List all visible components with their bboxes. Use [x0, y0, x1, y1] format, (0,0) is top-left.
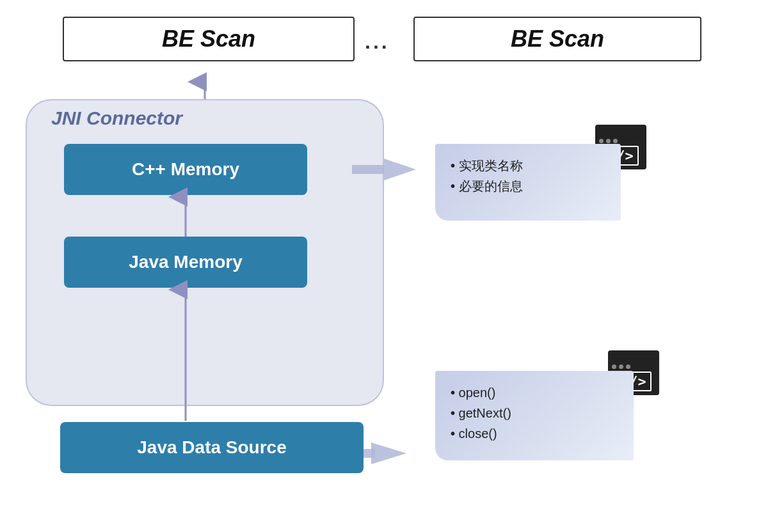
arrow-jni-to-note-top	[384, 159, 416, 180]
be-scan-left-box: BE Scan	[63, 17, 355, 61]
arrow-datasource-to-note-bottom-shaft	[364, 449, 375, 458]
dot2	[606, 139, 611, 143]
note-top-item-2: 必要的信息	[451, 176, 605, 196]
note-top-list: 实现类名称 必要的信息	[451, 155, 605, 196]
dot1	[599, 139, 604, 143]
be-scan-right-box: BE Scan	[413, 17, 701, 61]
note-top-item-1: 实现类名称	[451, 155, 605, 176]
dot6	[626, 364, 630, 369]
note-bottom-item-3: close()	[451, 423, 618, 444]
arrow-datasource-to-note-bottom	[371, 442, 406, 464]
diagram-container: BE Scan ··· BE Scan JNI Connector C++ Me…	[0, 0, 768, 532]
dot5	[619, 364, 623, 369]
dot4	[612, 364, 616, 369]
java-memory-label: Java Memory	[129, 252, 242, 272]
cpp-memory-label: C++ Memory	[132, 159, 239, 180]
java-datasource-box: Java Data Source	[60, 422, 364, 473]
jni-connector-label: JNI Connector	[51, 107, 182, 129]
dot3	[613, 139, 618, 143]
be-scan-left-label: BE Scan	[162, 26, 255, 52]
code-icon-top-dots	[595, 139, 618, 143]
note-bottom-item-2: getNext()	[451, 403, 618, 423]
code-icon-bottom-dots	[608, 364, 630, 369]
note-bottom-item-1: open()	[451, 382, 618, 403]
be-scan-right-label: BE Scan	[511, 26, 604, 52]
java-memory-box: Java Memory	[64, 237, 307, 288]
java-datasource-label: Java Data Source	[137, 437, 286, 458]
note-box-bottom: open() getNext() close()	[435, 371, 634, 460]
note-box-top: 实现类名称 必要的信息	[435, 144, 621, 221]
cpp-memory-box: C++ Memory	[64, 144, 307, 195]
dots-separator: ···	[365, 35, 390, 59]
note-bottom-list: open() getNext() close()	[451, 382, 618, 444]
